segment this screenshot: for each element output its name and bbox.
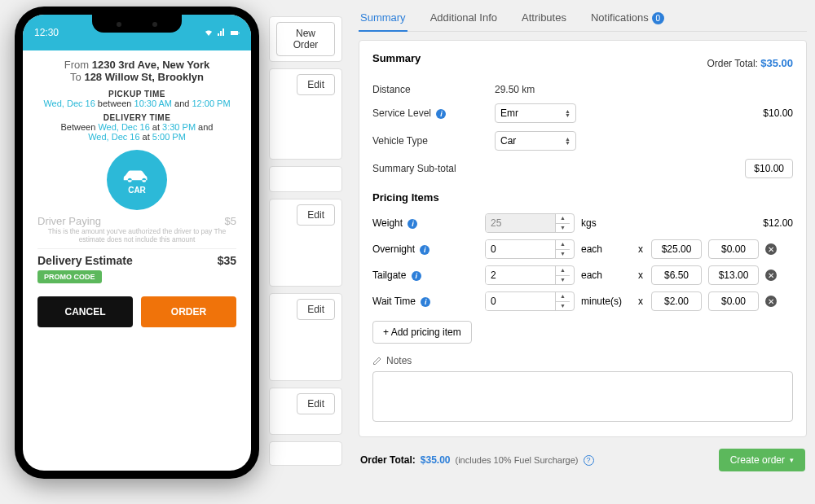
order-details-panel: Summary Additional Info Attributes Notif… bbox=[359, 7, 807, 475]
step-down-icon[interactable]: ▼ bbox=[556, 250, 570, 259]
overnight-row: Overnight i ▲▼ each x $25.00 $0.00 ✕ bbox=[372, 239, 793, 259]
order-total-value: $35.00 bbox=[421, 454, 451, 466]
step-down-icon[interactable]: ▼ bbox=[556, 276, 570, 285]
wifi-icon bbox=[204, 28, 214, 37]
subtotal-row: Summary Sub-total $10.00 bbox=[372, 159, 793, 178]
wait-time-input[interactable]: ▲▼ bbox=[485, 291, 575, 311]
clock: 12:30 bbox=[34, 27, 59, 38]
remove-icon[interactable]: ✕ bbox=[765, 243, 777, 255]
tailgate-row: Tailgate i ▲▼ each x $6.50 $13.00 ✕ bbox=[372, 265, 793, 285]
signal-icon bbox=[217, 28, 227, 37]
add-pricing-item-button[interactable]: + Add pricing item bbox=[372, 321, 472, 344]
new-order-button[interactable]: New Order bbox=[276, 22, 335, 56]
info-icon[interactable]: i bbox=[420, 245, 430, 255]
delivery-time: Between Wed, Dec 16 at 3:30 PM and Wed, … bbox=[37, 122, 236, 142]
phone-mockup: 12:30 From 1230 3rd Ave, New York To 128… bbox=[15, 7, 259, 479]
caret-icon: ▲▼ bbox=[565, 137, 570, 145]
distance-row: Distance 29.50 km bbox=[372, 84, 793, 95]
section-card bbox=[269, 441, 342, 466]
tailgate-input[interactable]: ▲▼ bbox=[485, 265, 575, 285]
subtotal-value: $10.00 bbox=[745, 159, 793, 178]
car-icon bbox=[121, 166, 153, 184]
service-level-row: Service Level i Emr▲▼ $10.00 bbox=[372, 103, 793, 123]
cancel-button[interactable]: CANCEL bbox=[37, 296, 133, 327]
order-button[interactable]: ORDER bbox=[141, 296, 236, 327]
section-card: Edit bbox=[269, 68, 342, 160]
step-up-icon: ▲ bbox=[556, 214, 570, 224]
section-card: Edit bbox=[269, 293, 342, 381]
create-order-button[interactable]: Create order bbox=[719, 449, 805, 471]
phone-notch bbox=[92, 15, 182, 33]
step-up-icon[interactable]: ▲ bbox=[556, 240, 570, 250]
remove-icon[interactable]: ✕ bbox=[765, 270, 777, 281]
service-level-select[interactable]: Emr▲▼ bbox=[495, 103, 576, 123]
notifications-badge: 0 bbox=[652, 12, 664, 24]
overnight-input[interactable]: ▲▼ bbox=[485, 239, 575, 259]
info-icon[interactable]: i bbox=[436, 109, 446, 119]
wait-time-row: Wait Time i ▲▼ minute(s) x $2.00 $0.00 ✕ bbox=[372, 291, 793, 311]
order-total-label: Order Total: bbox=[707, 58, 760, 69]
weight-input: ▲▼ bbox=[485, 213, 575, 233]
step-up-icon[interactable]: ▲ bbox=[556, 266, 570, 276]
weight-row: Weight i ▲▼ kgs $12.00 bbox=[372, 213, 793, 233]
summary-heading: Summary bbox=[372, 52, 421, 64]
tailgate-price: $13.00 bbox=[708, 265, 759, 285]
section-card: Edit bbox=[269, 388, 342, 435]
edit-icon bbox=[372, 356, 382, 366]
tab-additional-info[interactable]: Additional Info bbox=[429, 7, 499, 31]
battery-icon bbox=[230, 28, 240, 37]
edit-button[interactable]: Edit bbox=[297, 74, 335, 95]
step-down-icon[interactable]: ▼ bbox=[556, 302, 570, 311]
vehicle-type-select[interactable]: Car▲▼ bbox=[495, 131, 576, 151]
summary-card: Summary Order Total: $35.00 Distance 29.… bbox=[359, 40, 807, 437]
edit-button[interactable]: Edit bbox=[297, 204, 335, 226]
phone-screen: 12:30 From 1230 3rd Ave, New York To 128… bbox=[23, 15, 251, 471]
delivery-time-label: DELIVERY TIME bbox=[37, 113, 236, 122]
sections-column: New Order Edit Edit Edit Edit bbox=[269, 16, 342, 466]
vehicle-type-row: Vehicle Type Car▲▼ bbox=[372, 131, 793, 151]
notes-label: Notes bbox=[372, 355, 793, 366]
tailgate-rate[interactable]: $6.50 bbox=[651, 265, 702, 285]
driver-paying-row: Driver Paying$5 bbox=[37, 215, 236, 227]
edit-button[interactable]: Edit bbox=[297, 393, 335, 414]
wait-time-price: $0.00 bbox=[708, 291, 759, 311]
tabs: Summary Additional Info Attributes Notif… bbox=[359, 7, 807, 32]
promo-code-button[interactable]: PROMO CODE bbox=[37, 270, 102, 283]
weight-price: $12.00 bbox=[763, 217, 793, 229]
edit-button[interactable]: Edit bbox=[297, 299, 335, 320]
overnight-rate[interactable]: $25.00 bbox=[651, 239, 702, 259]
info-icon[interactable]: i bbox=[408, 219, 417, 229]
step-up-icon[interactable]: ▲ bbox=[556, 292, 570, 302]
to-address: To 128 Willow St, Brooklyn bbox=[37, 71, 236, 83]
tab-attributes[interactable]: Attributes bbox=[520, 7, 568, 31]
driver-paying-note: This is the amount you've authorized the… bbox=[37, 227, 236, 243]
notes-textarea[interactable] bbox=[372, 371, 793, 422]
notes-section: Notes bbox=[372, 355, 793, 425]
tab-notifications[interactable]: Notifications0 bbox=[589, 7, 666, 31]
tab-summary[interactable]: Summary bbox=[359, 7, 408, 31]
help-icon[interactable]: ? bbox=[584, 455, 594, 466]
step-down-icon: ▼ bbox=[556, 224, 570, 233]
surcharge-note: (includes 10% Fuel Surcharge) bbox=[455, 455, 578, 465]
vehicle-label: CAR bbox=[128, 186, 146, 195]
footer: Order Total: $35.00 (includes 10% Fuel S… bbox=[359, 445, 807, 475]
pricing-heading: Pricing Items bbox=[372, 191, 793, 204]
caret-icon: ▲▼ bbox=[565, 109, 570, 117]
from-address: From 1230 3rd Ave, New York bbox=[37, 59, 236, 71]
remove-icon[interactable]: ✕ bbox=[765, 296, 777, 307]
status-icons bbox=[204, 28, 240, 37]
order-total-label: Order Total: bbox=[360, 454, 416, 466]
section-card: Edit bbox=[269, 199, 342, 287]
order-summary-panel: From 1230 3rd Ave, New York To 128 Willo… bbox=[23, 50, 251, 337]
service-level-price: $10.00 bbox=[736, 107, 793, 119]
wait-time-rate[interactable]: $2.00 bbox=[651, 291, 702, 311]
pickup-time-label: PICKUP TIME bbox=[37, 90, 236, 99]
pickup-time: Wed, Dec 16 between 10:30 AM and 12:00 P… bbox=[37, 99, 236, 108]
section-card bbox=[269, 166, 342, 192]
info-icon[interactable]: i bbox=[421, 297, 430, 307]
delivery-estimate-row: Delivery Estimate$35 bbox=[37, 248, 236, 267]
info-icon[interactable]: i bbox=[412, 271, 421, 281]
vehicle-badge: CAR bbox=[107, 150, 167, 210]
section-card: New Order bbox=[269, 16, 342, 62]
order-total-value: $35.00 bbox=[760, 57, 793, 69]
